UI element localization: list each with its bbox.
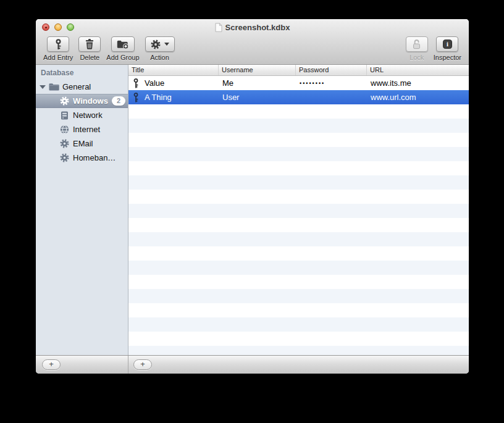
add-entry-plus-button[interactable]: +: [133, 359, 152, 370]
delete-label: Delete: [80, 54, 99, 61]
toolbar-item-add-entry: Add Entry: [43, 36, 73, 61]
inspector-button[interactable]: i: [436, 36, 458, 52]
bottom-bar: + +: [36, 355, 469, 374]
column-header-password[interactable]: Password: [296, 65, 367, 75]
sidebar-item-label: EMail: [73, 139, 93, 148]
entry-username: User: [219, 93, 296, 102]
key-icon: [54, 39, 62, 50]
svg-text:i: i: [447, 41, 448, 48]
add-group-label: Add Group: [106, 54, 139, 61]
gear-icon: [59, 96, 70, 106]
server-icon: [59, 111, 70, 120]
lock-label: Lock: [410, 54, 424, 61]
sidebar-item-network[interactable]: Network: [36, 108, 128, 122]
entry-password: ••••••••: [296, 80, 367, 86]
sidebar-item-label: Internet: [73, 125, 100, 134]
action-label: Action: [150, 54, 169, 61]
folder-plus-icon: [117, 40, 129, 49]
toolbar: Add Entry: [36, 35, 469, 64]
column-header-url[interactable]: URL: [367, 65, 469, 75]
sidebar-item-windows[interactable]: Windows 2: [36, 94, 128, 108]
table-header: Title Username Password URL: [128, 65, 469, 76]
gear-icon: [59, 139, 70, 148]
sidebar-item-label: Network: [73, 111, 103, 120]
add-entry-label: Add Entry: [43, 54, 73, 61]
titlebar[interactable]: Screenshot.kdbx: [36, 19, 469, 35]
delete-button[interactable]: [78, 36, 101, 52]
action-menu-button[interactable]: [145, 36, 175, 52]
globe-icon: [59, 125, 70, 134]
sidebar-item-homebanking[interactable]: Homeban…: [36, 151, 128, 165]
entry-url: www.url.com: [367, 93, 469, 102]
entry-count-badge: 2: [112, 96, 125, 106]
window-chrome: Screenshot.kdbx Add Entry: [36, 19, 469, 65]
key-icon: [133, 93, 139, 103]
entry-url: www.its.me: [367, 78, 469, 88]
sidebar-item-label: Homeban…: [73, 153, 116, 162]
inspector-label: Inspector: [434, 54, 461, 61]
gear-icon: [151, 40, 161, 49]
folder-icon: [48, 83, 59, 91]
chevron-down-icon: [164, 43, 169, 46]
document-icon: [215, 23, 222, 32]
toolbar-item-delete: Delete: [78, 36, 101, 61]
sidebar-section-header: Database: [41, 69, 128, 78]
toolbar-item-add-group: Add Group: [106, 36, 139, 61]
window-title: Screenshot.kdbx: [225, 23, 290, 32]
toolbar-item-action: Action: [145, 36, 175, 61]
disclosure-triangle-icon[interactable]: [40, 85, 46, 89]
inspector-icon: i: [443, 40, 452, 49]
window-title-area: Screenshot.kdbx: [36, 19, 469, 35]
app-window: Screenshot.kdbx Add Entry: [36, 19, 469, 374]
toolbar-item-lock: Lock: [406, 36, 428, 61]
table-body[interactable]: Value Me •••••••• www.its.me: [128, 76, 469, 355]
desktop: { "window": { "title": "Screenshot.kdbx"…: [0, 0, 504, 423]
entry-title: A Thing: [145, 93, 172, 102]
column-header-title[interactable]: Title: [128, 65, 219, 75]
toolbar-item-inspector: i Inspector: [434, 36, 461, 61]
lock-button[interactable]: [406, 36, 428, 52]
padlock-open-icon: [412, 39, 421, 49]
entry-table: Title Username Password URL: [128, 65, 469, 355]
add-group-button[interactable]: [111, 36, 135, 52]
sidebar-item-label: Windows: [73, 96, 108, 106]
content-area: Database General: [36, 65, 469, 355]
sidebar-item-general[interactable]: General: [36, 80, 128, 94]
sidebar-item-label: General: [62, 82, 91, 91]
key-icon: [133, 78, 139, 88]
sidebar-item-email[interactable]: EMail: [36, 136, 128, 151]
trash-icon: [85, 39, 94, 49]
table-row-selected[interactable]: A Thing User www.url.com: [128, 90, 469, 104]
entry-title: Value: [145, 78, 164, 88]
table-row[interactable]: Value Me •••••••• www.its.me: [128, 76, 469, 90]
bottom-bar-divider: [128, 356, 128, 374]
entry-username: Me: [219, 78, 296, 88]
sidebar: Database General: [36, 65, 128, 355]
sidebar-item-internet[interactable]: Internet: [36, 122, 128, 136]
column-header-username[interactable]: Username: [219, 65, 296, 75]
add-group-plus-button[interactable]: +: [42, 359, 61, 370]
add-entry-button[interactable]: [47, 36, 69, 52]
gear-icon: [59, 153, 70, 162]
